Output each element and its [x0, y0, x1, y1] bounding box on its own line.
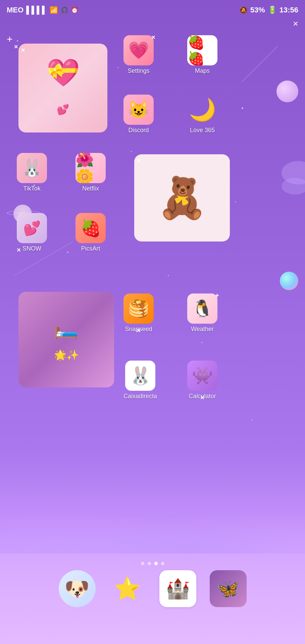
- carrier-label: MEO: [7, 6, 23, 14]
- picsart-label: PicsArt: [81, 245, 100, 252]
- netflix-label: Netflix: [82, 185, 99, 192]
- app-dock: 🐶 ⭐ 🏰 🦋: [0, 553, 305, 644]
- widget-2-delete[interactable]: ×: [137, 157, 141, 165]
- dock-galaxy-app[interactable]: 🦋: [210, 570, 247, 607]
- page-indicators: [141, 562, 164, 565]
- settings-delete[interactable]: ×: [151, 34, 155, 41]
- maps-label: Maps: [195, 67, 210, 74]
- page-dot-4[interactable]: [161, 562, 164, 565]
- snow-label: SNOW: [22, 245, 41, 252]
- page-dot-2[interactable]: [148, 562, 151, 565]
- snapseed-app[interactable]: 🥞 Snapseed ×: [123, 293, 154, 333]
- snapseed-delete[interactable]: ×: [137, 327, 141, 334]
- add-widget-button[interactable]: +: [7, 34, 13, 45]
- maps-app[interactable]: 🍓🍓🍓🍓 Maps: [187, 35, 217, 74]
- wifi-icon: 📶: [50, 6, 58, 14]
- status-bar: MEO ▌▌▌▌ 📶 🎧 ⏰ 🔕 53% 🔋 13:56: [0, 0, 305, 20]
- time-label: 13:56: [279, 6, 298, 14]
- status-right: 🔕 53% 🔋 13:56: [239, 6, 298, 14]
- dock-sailor-moon[interactable]: ⭐: [109, 570, 146, 607]
- tiktok-app[interactable]: 🐰 TikTok: [17, 153, 47, 192]
- battery-label: 53%: [250, 6, 265, 14]
- headphones-icon: 🎧: [61, 6, 68, 14]
- alarm-icon: ⏰: [71, 6, 78, 14]
- calculator-app[interactable]: 👾 Calculator ×: [187, 361, 217, 400]
- teddy-bear-widget[interactable]: 🧸 ×: [134, 154, 230, 241]
- weather-label: Weather: [191, 326, 214, 333]
- room-photo-widget[interactable]: 🛏️🌟✨: [18, 292, 114, 387]
- dock-cinnamoroll[interactable]: 🐶: [59, 570, 96, 607]
- settings-app[interactable]: 💗 Settings ×: [123, 35, 154, 74]
- status-left: MEO ▌▌▌▌ 📶 🎧 ⏰: [7, 6, 78, 14]
- deco-line-1: [242, 46, 277, 82]
- snow-delete[interactable]: ×: [17, 246, 21, 254]
- caixadirecta-app[interactable]: 🐰 Caixadirecta: [123, 361, 157, 400]
- discord-app[interactable]: 😺 Discord: [123, 95, 154, 134]
- page-dot-3[interactable]: [154, 562, 158, 565]
- discord-label: Discord: [128, 127, 149, 134]
- battery-icon: 🔋: [268, 6, 277, 14]
- clouds-background: [0, 493, 305, 553]
- tiktok-label: TikTok: [23, 185, 40, 192]
- calculator-delete[interactable]: ×: [200, 394, 204, 401]
- widget1-x[interactable]: ×: [14, 43, 18, 51]
- photo-widget-1[interactable]: 💝💕 ×: [18, 44, 107, 132]
- signal-icon: ▌▌▌▌: [26, 6, 47, 14]
- caixadirecta-label: Caixadirecta: [123, 393, 157, 400]
- love365-label: Love 365: [190, 127, 215, 134]
- weather-app[interactable]: 🐧 Weather +: [187, 293, 217, 333]
- page-dot-1[interactable]: [141, 562, 144, 565]
- dock-castle-app[interactable]: 🏰: [159, 570, 196, 607]
- snow-app[interactable]: 💕 SNOW ×: [17, 213, 47, 252]
- netflix-app[interactable]: 🌸🌺🌼🌸 Netflix: [75, 153, 106, 192]
- picsart-app[interactable]: 🍓 PicsArt: [75, 213, 106, 252]
- widget-1-delete[interactable]: ×: [21, 46, 25, 54]
- love365-app[interactable]: 🌙 Love 365: [187, 95, 217, 134]
- settings-label: Settings: [128, 67, 149, 74]
- dock-icons-row: 🐶 ⭐ 🏰 🦋: [49, 570, 257, 607]
- close-button[interactable]: ×: [293, 18, 298, 29]
- weather-delete[interactable]: +: [215, 292, 219, 300]
- cloud-right-2: [282, 178, 305, 195]
- bell-off-icon: 🔕: [239, 6, 248, 14]
